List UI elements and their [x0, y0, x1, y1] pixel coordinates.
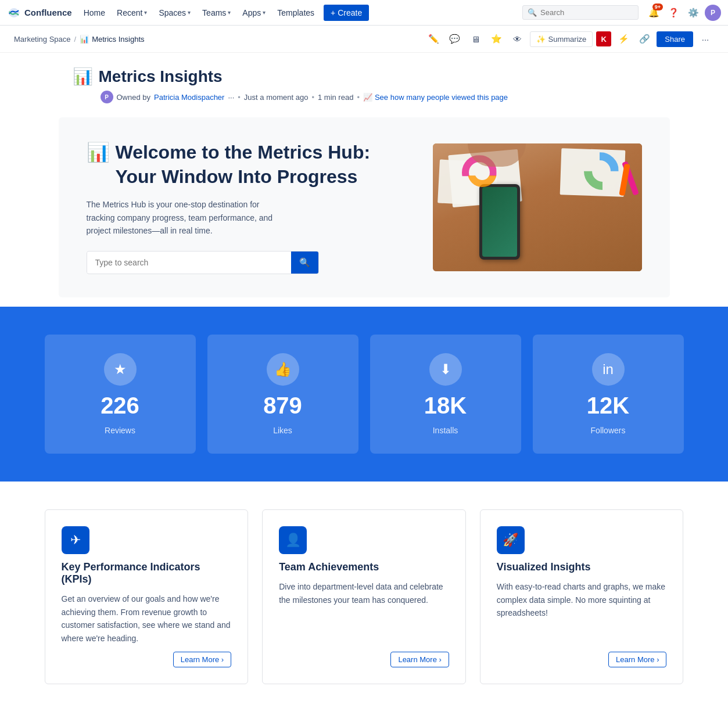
- learn-more-button[interactable]: Learn More ›: [608, 652, 666, 667]
- settings-button[interactable]: ⚙️: [685, 5, 701, 21]
- feature-description: Get an overview of our goals and how we'…: [62, 592, 232, 645]
- stat-icon: ⬇: [429, 353, 462, 386]
- feature-icon: 🚀: [497, 526, 525, 554]
- stat-card: ⬇ 18K Installs: [370, 335, 521, 454]
- stat-number: 226: [101, 393, 139, 419]
- feature-title: Key Performance Indicators (KPIs): [62, 561, 232, 585]
- stat-icon: in: [592, 353, 625, 386]
- page-title-icon: 📊: [73, 67, 93, 86]
- stat-label: Installs: [433, 426, 458, 435]
- edit-button[interactable]: ✏️: [425, 30, 443, 48]
- page-title: Metrics Insights: [99, 67, 223, 86]
- hero-search-button[interactable]: 🔍: [291, 251, 318, 274]
- nav-apps[interactable]: Apps ▾: [238, 5, 270, 21]
- stat-label: Likes: [273, 426, 292, 435]
- link-button[interactable]: 🔗: [636, 30, 653, 48]
- desk-photo: [433, 143, 642, 271]
- more-actions-button[interactable]: ···: [697, 30, 714, 48]
- breadcrumb-current-page: 📊 Metrics Insights: [80, 35, 144, 44]
- author-link[interactable]: Patricia Modispacher: [154, 93, 224, 102]
- stat-icon: 👍: [267, 353, 299, 386]
- nav-recent[interactable]: Recent ▾: [112, 5, 152, 21]
- hero-search[interactable]: 🔍: [87, 251, 319, 274]
- learn-more-button[interactable]: Learn More ›: [390, 652, 449, 667]
- stat-label: Followers: [591, 426, 626, 435]
- chevron-down-icon: ▾: [188, 9, 191, 16]
- breadcrumb: Marketing Space / 📊 Metrics Insights: [14, 35, 145, 44]
- integration-button[interactable]: ⚡: [615, 30, 632, 48]
- nav-templates[interactable]: Templates: [272, 5, 319, 21]
- views-link[interactable]: 📈 See how many people viewed this page: [363, 93, 508, 102]
- stat-number: 18K: [424, 393, 467, 419]
- watch-button[interactable]: 👁: [509, 30, 526, 48]
- author-avatar: P: [101, 91, 113, 103]
- top-navigation: Confluence Home Recent ▾ Spaces ▾ Teams …: [0, 0, 728, 26]
- feature-icon: ✈: [62, 526, 89, 554]
- hero-search-input[interactable]: [87, 252, 291, 273]
- page-meta: P Owned by Patricia Modispacher ··· • Ju…: [73, 91, 656, 103]
- comment-button[interactable]: 💬: [446, 30, 464, 48]
- share-button[interactable]: Share: [657, 31, 693, 47]
- feature-title: Visualized Insights: [497, 561, 667, 573]
- notification-badge: 9+: [652, 3, 663, 10]
- confluence-logo[interactable]: Confluence: [7, 6, 72, 20]
- feature-title: Team Achievements: [279, 561, 449, 573]
- breadcrumb-separator: /: [74, 35, 77, 44]
- create-button[interactable]: + Create: [324, 5, 369, 21]
- chevron-down-icon: ▾: [263, 9, 266, 16]
- feature-card: 👤 Team Achievements Dive into department…: [262, 509, 466, 684]
- nav-spaces[interactable]: Spaces ▾: [154, 5, 195, 21]
- page-actions: ✏️ 💬 🖥 ⭐ 👁 ✨ Summarize K ⚡ 🔗 Share ···: [425, 30, 714, 48]
- stat-card: ★ 226 Reviews: [45, 335, 196, 454]
- feature-card: ✈ Key Performance Indicators (KPIs) Get …: [45, 509, 249, 684]
- chevron-down-icon: ▾: [228, 9, 231, 16]
- chevron-down-icon: ▾: [144, 9, 147, 16]
- logo-text: Confluence: [24, 8, 72, 17]
- global-search[interactable]: 🔍: [522, 5, 639, 20]
- search-input[interactable]: [540, 8, 633, 17]
- stat-number: 12K: [587, 393, 629, 419]
- feature-icon: 👤: [279, 526, 307, 554]
- page-header: 📊 Metrics Insights P Owned by Patricia M…: [45, 53, 684, 108]
- nav-teams[interactable]: Teams ▾: [198, 5, 235, 21]
- features-section: ✈ Key Performance Indicators (KPIs) Get …: [0, 482, 728, 712]
- hero-description: The Metrics Hub is your one-stop destina…: [87, 198, 284, 237]
- stats-grid: ★ 226 Reviews 👍 879 Likes ⬇ 18K Installs…: [45, 335, 684, 454]
- notifications-button[interactable]: 🔔 9+: [645, 5, 662, 21]
- page-content: 📊 Metrics Insights P Owned by Patricia M…: [45, 53, 684, 297]
- stat-label: Reviews: [105, 426, 135, 435]
- help-button[interactable]: ❓: [665, 5, 682, 21]
- summarize-button[interactable]: ✨ Summarize: [530, 31, 593, 47]
- feature-card: 🚀 Visualized Insights With easy-to-read …: [480, 509, 684, 684]
- feature-description: Dive into department-level data and cele…: [279, 580, 449, 645]
- stat-icon: ★: [104, 353, 137, 386]
- hero-title: 📊 Welcome to the Metrics Hub: Your Windo…: [87, 141, 405, 189]
- hero-content: 📊 Welcome to the Metrics Hub: Your Windo…: [87, 141, 405, 274]
- nav-home[interactable]: Home: [79, 5, 110, 21]
- nav-icon-group: 🔔 9+ ❓ ⚙️ P: [645, 5, 721, 21]
- hero-section: 📊 Welcome to the Metrics Hub: Your Windo…: [59, 117, 670, 297]
- breadcrumb-space[interactable]: Marketing Space: [14, 35, 71, 44]
- stat-card: in 12K Followers: [533, 335, 684, 454]
- search-icon: 🔍: [528, 8, 537, 17]
- user-avatar[interactable]: P: [705, 5, 721, 21]
- k-integration-icon[interactable]: K: [596, 31, 611, 46]
- features-grid: ✈ Key Performance Indicators (KPIs) Get …: [45, 509, 684, 684]
- stats-section: ★ 226 Reviews 👍 879 Likes ⬇ 18K Installs…: [0, 307, 728, 482]
- page-title-row: 📊 Metrics Insights: [73, 67, 656, 86]
- stat-card: 👍 879 Likes: [207, 335, 358, 454]
- summarize-icon: ✨: [536, 35, 546, 44]
- present-button[interactable]: 🖥: [467, 30, 485, 48]
- star-button[interactable]: ⭐: [488, 30, 505, 48]
- hero-image: [433, 143, 642, 271]
- feature-description: With easy-to-read charts and graphs, we …: [497, 580, 667, 645]
- stat-number: 879: [263, 393, 302, 419]
- breadcrumb-bar: Marketing Space / 📊 Metrics Insights ✏️ …: [0, 26, 728, 53]
- learn-more-button[interactable]: Learn More ›: [173, 652, 231, 667]
